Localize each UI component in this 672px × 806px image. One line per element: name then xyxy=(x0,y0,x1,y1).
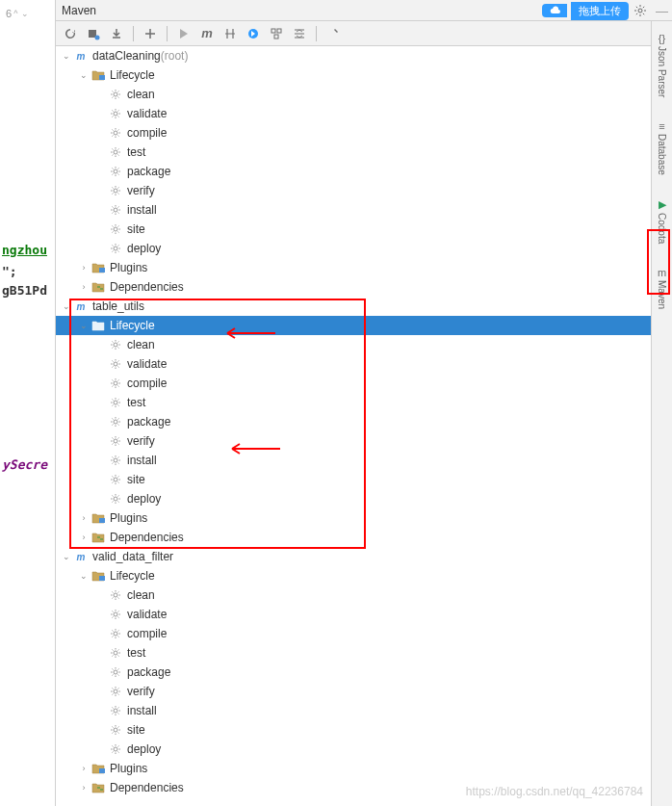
lifecycle-phase-package[interactable]: package xyxy=(56,663,672,682)
node-icon xyxy=(108,587,123,603)
chevron-right-icon[interactable]: › xyxy=(77,781,90,794)
chevron-down-icon[interactable]: ⌄ xyxy=(60,49,73,63)
side-tab-maven[interactable]: mMaven xyxy=(655,261,669,315)
generate-sources-button[interactable] xyxy=(83,23,104,44)
chevron-right-icon[interactable]: › xyxy=(77,280,90,294)
lifecycle-phase-package[interactable]: package xyxy=(56,412,672,431)
chevron-down-icon[interactable]: ⌄ xyxy=(77,319,90,332)
side-tab-codota[interactable]: ▶Codota xyxy=(655,193,669,249)
reload-button[interactable] xyxy=(60,23,81,44)
plugins-node[interactable]: ›Plugins xyxy=(56,258,672,277)
node-icon xyxy=(108,433,123,449)
lifecycle-node[interactable]: ⌄Lifecycle xyxy=(56,316,672,335)
node-label: Plugins xyxy=(110,261,147,274)
node-label: compile xyxy=(127,627,167,640)
run-button[interactable] xyxy=(173,23,194,44)
chevron-right-icon[interactable]: › xyxy=(77,261,90,274)
plugins-node[interactable]: ›Plugins xyxy=(56,508,672,528)
settings-icon[interactable] xyxy=(633,3,648,18)
svg-rect-19 xyxy=(100,288,103,290)
side-tab-json-parser[interactable]: {}Json Parser xyxy=(655,27,669,103)
node-label: Dependencies xyxy=(110,280,184,294)
side-tabs: {}Json Parser≡Database▶CodotamMaven xyxy=(651,21,672,806)
project-node[interactable]: ⌄mvalid_data_filter xyxy=(56,547,672,566)
node-label: clean xyxy=(127,588,155,602)
node-icon xyxy=(108,356,123,372)
lifecycle-phase-validate[interactable]: validate xyxy=(56,354,672,374)
lifecycle-phase-test[interactable]: test xyxy=(56,143,672,162)
chevron-down-icon[interactable]: ⌄ xyxy=(60,299,73,313)
add-project-button[interactable] xyxy=(140,23,161,44)
lifecycle-phase-package[interactable]: package xyxy=(56,162,672,181)
project-node[interactable]: ⌄mtable_utils xyxy=(56,297,672,316)
svg-point-20 xyxy=(114,343,117,347)
skip-tests-button[interactable] xyxy=(243,23,264,44)
lifecycle-phase-site[interactable]: site xyxy=(56,220,672,239)
lifecycle-phase-deploy[interactable]: deploy xyxy=(56,740,672,759)
maven-tree[interactable]: ⌄mdataCleaning (root)⌄Lifecyclecleanvali… xyxy=(56,46,672,806)
lifecycle-phase-test[interactable]: test xyxy=(56,393,672,412)
lifecycle-phase-deploy[interactable]: deploy xyxy=(56,239,672,258)
chevron-right-icon[interactable]: › xyxy=(77,511,90,525)
side-tab-label: Codota xyxy=(657,213,667,244)
node-icon xyxy=(108,684,123,699)
lifecycle-phase-clean[interactable]: clean xyxy=(56,85,672,104)
execute-goal-button[interactable]: m xyxy=(196,23,218,44)
svg-rect-43 xyxy=(97,787,100,789)
svg-point-16 xyxy=(114,247,117,250)
lifecycle-phase-deploy[interactable]: deploy xyxy=(56,489,672,508)
node-label: verify xyxy=(127,434,155,448)
cloud-button[interactable] xyxy=(542,4,567,17)
lifecycle-phase-verify[interactable]: verify xyxy=(56,181,672,200)
node-label: package xyxy=(127,415,170,429)
chevron-down-icon[interactable]: ⌄ xyxy=(77,569,90,583)
side-tab-database[interactable]: ≡Database xyxy=(655,115,669,181)
show-dependencies-button[interactable] xyxy=(266,23,287,44)
upload-button[interactable]: 拖拽上传 xyxy=(571,2,629,20)
lifecycle-phase-compile[interactable]: compile xyxy=(56,374,672,393)
editor-gutter: 6 ^ ⌄ ngzhou "; gB51Pd ySecre xyxy=(0,0,56,806)
settings-button[interactable] xyxy=(323,23,344,44)
chevron-right-icon[interactable]: › xyxy=(77,531,90,544)
svg-point-35 xyxy=(114,632,117,636)
toggle-offline-button[interactable] xyxy=(220,23,241,44)
download-button[interactable] xyxy=(106,23,127,44)
lifecycle-phase-install[interactable]: install xyxy=(56,451,672,470)
lifecycle-phase-verify[interactable]: verify xyxy=(56,431,672,451)
svg-rect-31 xyxy=(100,538,103,540)
lifecycle-phase-clean[interactable]: clean xyxy=(56,335,672,354)
lifecycle-phase-site[interactable]: site xyxy=(56,720,672,740)
plugins-node[interactable]: ›Plugins xyxy=(56,759,672,778)
lifecycle-phase-clean[interactable]: clean xyxy=(56,585,672,605)
collapse-all-button[interactable] xyxy=(289,23,310,44)
lifecycle-node[interactable]: ⌄Lifecycle xyxy=(56,65,672,85)
lifecycle-phase-validate[interactable]: validate xyxy=(56,605,672,624)
node-label: Lifecycle xyxy=(110,319,155,332)
lifecycle-phase-compile[interactable]: compile xyxy=(56,123,672,143)
lifecycle-phase-verify[interactable]: verify xyxy=(56,682,672,701)
project-node[interactable]: ⌄mdataCleaning (root) xyxy=(56,46,672,65)
lifecycle-phase-install[interactable]: install xyxy=(56,200,672,220)
node-icon xyxy=(108,87,123,102)
svg-point-27 xyxy=(114,478,117,481)
lifecycle-phase-install[interactable]: install xyxy=(56,701,672,720)
dependencies-node[interactable]: ›Dependencies xyxy=(56,277,672,297)
lifecycle-phase-test[interactable]: test xyxy=(56,643,672,663)
lifecycle-phase-site[interactable]: site xyxy=(56,470,672,489)
lifecycle-phase-validate[interactable]: validate xyxy=(56,104,672,123)
lifecycle-phase-compile[interactable]: compile xyxy=(56,624,672,643)
chevron-down-icon[interactable]: ⌄ xyxy=(77,68,90,82)
hide-button[interactable]: — xyxy=(652,4,672,18)
separator xyxy=(133,26,134,41)
svg-rect-1 xyxy=(89,30,96,38)
node-icon xyxy=(108,106,123,121)
code-fragment: gB51Pd xyxy=(2,283,47,298)
chevron-right-icon[interactable]: › xyxy=(77,762,90,775)
node-icon xyxy=(90,510,106,526)
node-label: validate xyxy=(127,357,167,371)
chevron-down-icon[interactable]: ⌄ xyxy=(60,550,73,563)
dependencies-node[interactable]: ›Dependencies xyxy=(56,528,672,547)
svg-point-10 xyxy=(114,131,117,135)
lifecycle-node[interactable]: ⌄Lifecycle xyxy=(56,566,672,585)
node-label: Dependencies xyxy=(110,781,184,794)
